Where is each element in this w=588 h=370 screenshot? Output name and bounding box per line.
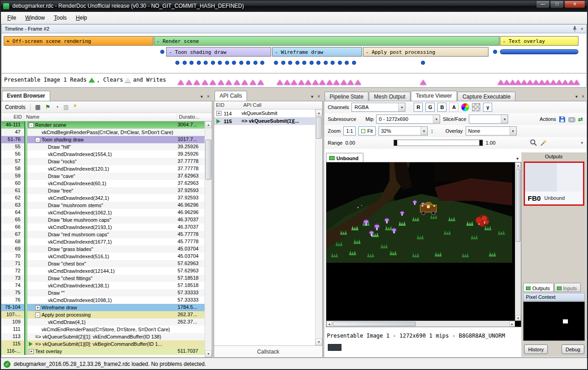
refresh-icon[interactable]: ⇄ (578, 116, 583, 123)
timeline-section-text-overlay[interactable]: - Text overlay (500, 36, 578, 46)
wand-icon[interactable] (540, 140, 547, 146)
write-marker-icon[interactable] (210, 80, 216, 85)
event-row[interactable]: 109vkCmdDraw(4,1)262.37... (1, 318, 205, 326)
event-row[interactable]: 47vkCmdBeginRenderPass(C=Clear, D=Clear,… (1, 129, 205, 136)
controls-label[interactable]: Controls (5, 104, 26, 110)
event-dot[interactable] (281, 61, 285, 65)
event-dot[interactable] (239, 61, 243, 65)
debug-button[interactable]: Debug (562, 344, 584, 354)
close-icon[interactable]: × (582, 94, 584, 99)
stats-icon[interactable]: ▥ (63, 104, 69, 110)
write-marker-icon[interactable] (312, 80, 319, 85)
event-dot[interactable] (331, 61, 335, 65)
event-row[interactable]: 67Draw "red mushroom caps"45.77778 (1, 231, 205, 238)
menu-window[interactable]: Window (21, 13, 49, 23)
tab-capture-executable[interactable]: Capture Executable (457, 92, 515, 101)
save-icon[interactable] (559, 116, 566, 123)
range-max-handle[interactable] (479, 140, 483, 146)
event-dot[interactable] (338, 61, 342, 65)
event-row[interactable]: 64vkCmdDrawIndexed(1062,1)46.96296 (1, 209, 205, 216)
chevron-down-icon[interactable]: ▾ (516, 156, 519, 161)
event-dot[interactable] (211, 61, 215, 65)
event-dot[interactable] (302, 61, 306, 65)
write-marker-icon[interactable] (250, 80, 256, 85)
write-marker-icon[interactable] (355, 80, 361, 85)
bookmark-icon[interactable]: * (74, 105, 77, 109)
event-dot[interactable] (295, 61, 299, 65)
menu-help[interactable]: Help (71, 13, 92, 23)
minimize-button[interactable]: — (536, 0, 550, 8)
history-button[interactable]: History (524, 344, 548, 354)
write-marker-icon[interactable] (226, 80, 232, 85)
tree-toggle-icon[interactable]: - (35, 313, 40, 318)
event-dot[interactable] (183, 61, 187, 65)
write-marker-icon[interactable] (186, 80, 192, 85)
close-icon[interactable]: × (317, 94, 320, 99)
event-dot[interactable] (274, 61, 278, 65)
write-marker-icon[interactable] (420, 80, 426, 85)
event-dot[interactable] (197, 61, 201, 65)
clock-icon[interactable]: ◔ (55, 104, 59, 110)
write-marker-icon[interactable] (341, 80, 347, 85)
scroll-down-icon[interactable]: ▼ (515, 315, 521, 321)
texture-viewport[interactable]: ▲ ▼ ◄ ► (326, 162, 521, 327)
write-marker-icon[interactable] (277, 80, 283, 85)
event-dot[interactable] (253, 61, 257, 65)
event-row[interactable]: 62vkCmdDrawIndexed(342,1)37.92593 (1, 194, 205, 202)
event-dot[interactable] (218, 61, 222, 65)
scroll-up-icon[interactable]: ▲ (205, 121, 212, 128)
blue-channel-button[interactable]: B (437, 103, 446, 112)
fit-button[interactable]: Fit (358, 126, 375, 135)
close-button[interactable]: × (564, 0, 585, 8)
write-marker-icon[interactable] (326, 80, 333, 85)
red-channel-button[interactable]: R (414, 103, 423, 112)
event-dot[interactable] (288, 61, 292, 65)
event-dot[interactable] (246, 61, 250, 65)
scroll-down-icon[interactable]: ▼ (205, 350, 212, 357)
write-marker-icon[interactable] (234, 80, 240, 85)
write-marker-icon[interactable] (242, 80, 248, 85)
event-row[interactable]: 113=> vkQueueSubmit(2)[1]: vkEndCommandB… (1, 333, 205, 340)
event-row[interactable]: 61Draw "tree"37.92593 (1, 187, 205, 194)
event-row[interactable]: 56vkCmdDrawIndexed(1554,1)39.25926 (1, 151, 205, 158)
dock-menu-icon[interactable]: ▾ (311, 94, 313, 99)
event-dot[interactable] (493, 50, 497, 54)
event-row[interactable]: 73Draw "chest fittings"57.18518 (1, 275, 205, 282)
zoom-select[interactable]: 32% ▾ (378, 126, 428, 135)
column-eid[interactable]: EID (1, 113, 24, 121)
green-channel-button[interactable]: G (425, 103, 435, 112)
color-wheel-icon[interactable] (461, 103, 469, 111)
event-dot[interactable] (232, 61, 236, 65)
scroll-thumb[interactable] (333, 322, 416, 326)
event-row[interactable]: 111vkCmdEndRenderPass(C=Store, D=Store, … (1, 326, 205, 333)
channels-select[interactable]: RGBA ▾ (352, 103, 405, 112)
event-row[interactable]: 57Draw "rocks"37.77778 (1, 158, 205, 165)
event-row[interactable]: 75Draw ""57.33333 (1, 289, 205, 297)
timeline-events-bar[interactable] (500, 49, 578, 54)
time-durations-icon[interactable]: ▦ (35, 104, 41, 110)
gamma-button[interactable]: γ (483, 103, 492, 112)
texture-vscrollbar[interactable]: ▲ ▼ (515, 162, 521, 321)
toolbar-overflow-icon[interactable]: ▾ (581, 141, 583, 145)
event-row[interactable]: 51-76-Toon shading draw1017.7... (1, 136, 205, 143)
texture-tab-unbound[interactable]: Unbound (326, 153, 363, 162)
event-dot[interactable] (189, 61, 194, 65)
event-row[interactable]: 74vkCmdDrawIndexed(138,1)57.18518 (1, 282, 205, 289)
event-dot[interactable] (310, 61, 314, 65)
menu-file[interactable]: File (3, 13, 21, 23)
close-icon[interactable]: × (581, 26, 583, 31)
write-marker-icon[interactable] (194, 80, 200, 85)
event-row[interactable]: 63Draw "mushroom stems"46.96296 (1, 202, 205, 209)
column-duration[interactable]: Duratio... (177, 113, 212, 121)
write-marker-icon[interactable] (257, 80, 264, 85)
range-slider[interactable] (394, 140, 483, 146)
event-row[interactable]: 107-...-Apply post processing262.37... (1, 311, 205, 318)
flip-vertical-icon[interactable]: ↕ (430, 127, 434, 135)
dock-menu-icon[interactable]: ▾ (575, 94, 578, 99)
write-marker-icon[interactable] (305, 80, 311, 85)
event-dot[interactable] (345, 61, 349, 65)
write-marker-icon[interactable] (347, 80, 354, 85)
range-min-handle[interactable] (394, 140, 397, 146)
tab-pipeline-state[interactable]: Pipeline State (325, 92, 368, 101)
write-marker-icon[interactable] (573, 80, 580, 85)
